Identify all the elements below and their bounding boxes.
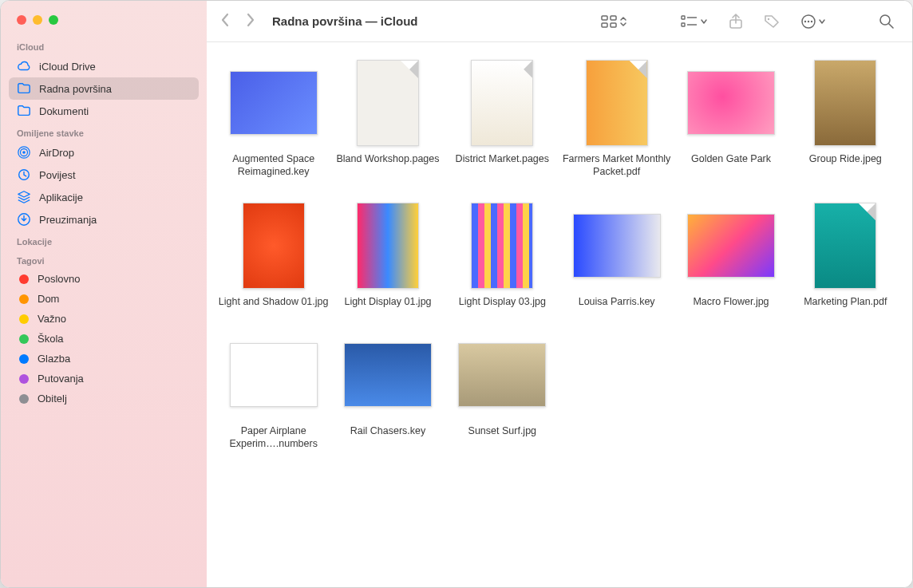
file-name-label: Sunset Surf.jpg (468, 424, 536, 437)
file-item[interactable]: Rail Chasers.key (332, 330, 443, 451)
file-thumbnail (572, 201, 662, 290)
window-controls (1, 1, 207, 36)
file-name-label: Bland Workshop.pages (336, 152, 439, 165)
file-thumbnail (343, 201, 433, 290)
sidebar-item-label: AirDrop (39, 147, 74, 159)
file-thumbnail (457, 201, 547, 290)
file-item[interactable]: Group Ride.jpeg (790, 58, 901, 179)
chevron-updown-icon (619, 15, 628, 28)
clock-icon (17, 168, 31, 182)
file-name-label: Augmented Space Reimagined.key (218, 152, 329, 179)
apps-icon (17, 190, 31, 204)
file-name-label: Light Display 03.jpg (459, 295, 546, 308)
sidebar-section-header[interactable]: Lokacije (1, 231, 207, 250)
minimize-window-button[interactable] (33, 15, 42, 25)
forward-button[interactable] (245, 13, 256, 30)
file-name-label: Paper Airplane Experim….numbers (218, 424, 329, 451)
tag-item-dom[interactable]: Dom (9, 289, 199, 309)
view-mode-button[interactable] (596, 15, 633, 28)
file-thumbnail (686, 58, 776, 148)
file-grid-area: Augmented Space Reimagined.keyBland Work… (207, 42, 912, 587)
sidebar-item-label: Dokumenti (39, 105, 89, 117)
chevron-down-icon (818, 18, 826, 26)
file-name-label: Louisa Parris.key (579, 295, 655, 308)
tag-label: Putovanja (38, 373, 84, 385)
tag-item-poslovno[interactable]: Poslovno (9, 269, 199, 289)
file-thumbnail (343, 58, 433, 148)
file-name-label: Golden Gate Park (691, 152, 771, 165)
tag-color-dot (19, 394, 29, 404)
svg-rect-8 (611, 23, 616, 27)
tags-button[interactable] (759, 14, 785, 29)
file-item[interactable]: Macro Flower.jpg (675, 201, 786, 308)
svg-rect-6 (611, 16, 616, 20)
back-button[interactable] (219, 13, 231, 30)
file-item[interactable]: Light and Shadow 01.jpg (218, 201, 329, 308)
chevron-down-icon (700, 18, 708, 26)
sidebar-item-preuzimanja[interactable]: Preuzimanja (9, 208, 199, 231)
search-button[interactable] (874, 14, 899, 30)
sidebar-item-airdrop[interactable]: AirDrop (9, 141, 199, 164)
svg-rect-5 (602, 16, 607, 20)
file-thumbnail (686, 201, 776, 290)
file-thumbnail (457, 330, 547, 420)
file-item[interactable]: Augmented Space Reimagined.key (218, 58, 329, 179)
tag-color-dot (19, 314, 29, 324)
sidebar-item-label: Aplikacije (39, 191, 83, 203)
svg-rect-9 (682, 16, 685, 19)
finder-window: iCloudiCloud DriveRadna površinaDokument… (0, 0, 913, 588)
sidebar-item-aplikacije[interactable]: Aplikacije (9, 186, 199, 208)
svg-rect-10 (682, 23, 685, 26)
file-name-label: Farmers Market Monthly Packet.pdf (561, 152, 672, 179)
file-item[interactable]: Bland Workshop.pages (332, 58, 443, 179)
nav-arrows (219, 13, 256, 30)
svg-point-14 (768, 18, 769, 19)
file-thumbnail (800, 201, 890, 290)
sidebar-section-header[interactable]: Omiljene stavke (1, 122, 207, 141)
file-name-label: District Market.pages (456, 152, 549, 165)
tag-item-važno[interactable]: Važno (9, 309, 199, 329)
file-item[interactable]: Farmers Market Monthly Packet.pdf (561, 58, 672, 179)
file-thumbnail (343, 330, 433, 420)
tag-item-glazba[interactable]: Glazba (9, 349, 199, 369)
file-item[interactable]: Light Display 01.jpg (332, 201, 443, 308)
tag-item-obitelj[interactable]: Obitelj (9, 389, 199, 408)
tag-item-škola[interactable]: Škola (9, 329, 199, 349)
file-thumbnail (229, 330, 318, 420)
file-thumbnail (572, 58, 662, 148)
group-by-button[interactable] (676, 15, 713, 28)
share-button[interactable] (724, 14, 748, 30)
sidebar-section-header[interactable]: Tagovi (1, 250, 207, 269)
sidebar-item-dokumenti[interactable]: Dokumenti (9, 100, 199, 122)
sidebar-section-header[interactable]: iCloud (1, 36, 207, 55)
close-window-button[interactable] (17, 15, 26, 25)
file-item[interactable]: Marketing Plan.pdf (790, 201, 901, 308)
download-icon (17, 212, 31, 227)
tag-color-dot (19, 334, 29, 344)
fullscreen-window-button[interactable] (49, 15, 58, 25)
airdrop-icon (17, 145, 31, 160)
sidebar-item-label: Radna površina (39, 83, 112, 95)
file-item[interactable]: Louisa Parris.key (561, 201, 672, 308)
svg-point-17 (808, 20, 809, 22)
file-name-label: Light and Shadow 01.jpg (219, 295, 329, 308)
sidebar-item-icloud-drive[interactable]: iCloud Drive (9, 55, 199, 77)
file-item[interactable]: District Market.pages (447, 58, 558, 179)
file-item[interactable]: Paper Airplane Experim….numbers (218, 330, 329, 451)
sidebar-item-povijest[interactable]: Povijest (9, 164, 199, 186)
tag-item-putovanja[interactable]: Putovanja (9, 369, 199, 389)
tag-label: Obitelj (38, 393, 67, 404)
sidebar-item-label: Preuzimanja (39, 214, 97, 226)
svg-point-19 (880, 15, 890, 25)
file-item[interactable]: Light Display 03.jpg (447, 201, 558, 308)
file-name-label: Rail Chasers.key (350, 424, 425, 437)
sidebar-item-radna-površina[interactable]: Radna površina (9, 77, 199, 100)
more-actions-button[interactable] (796, 14, 831, 30)
svg-point-18 (811, 20, 812, 22)
sidebar: iCloudiCloud DriveRadna površinaDokument… (1, 1, 207, 587)
file-item[interactable]: Golden Gate Park (675, 58, 786, 179)
toolbar: Radna površina — iCloud (207, 1, 912, 42)
window-title: Radna površina — iCloud (272, 14, 418, 28)
file-item[interactable]: Sunset Surf.jpg (447, 330, 558, 451)
tag-color-dot (19, 294, 29, 304)
